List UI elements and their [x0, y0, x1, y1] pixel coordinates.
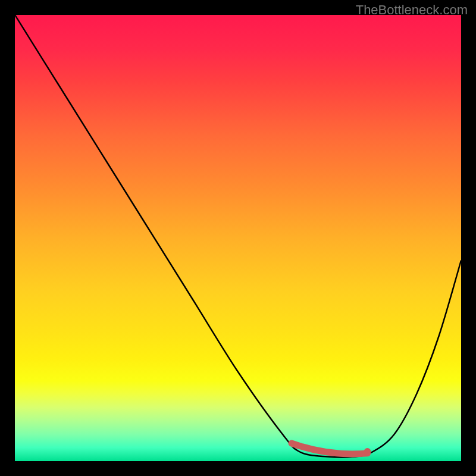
optimal-band-end-dot	[364, 448, 371, 455]
bottleneck-curve-path	[15, 15, 461, 457]
plot-area	[15, 15, 461, 461]
optimal-band-marker	[292, 443, 368, 454]
chart-svg	[15, 15, 461, 461]
watermark-text: TheBottleneck.com	[356, 2, 468, 18]
